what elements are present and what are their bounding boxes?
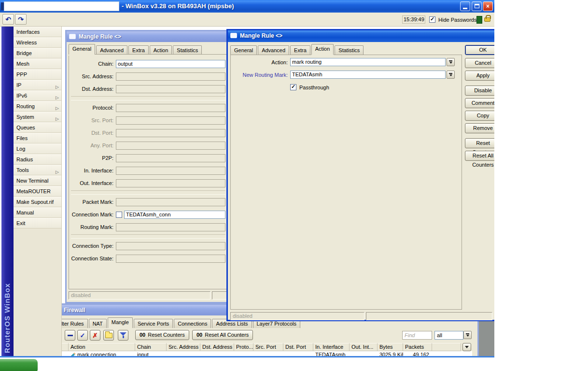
- copy-button[interactable]: Copy: [465, 111, 494, 121]
- find-input[interactable]: Find: [402, 331, 432, 340]
- sidebar-item-queues[interactable]: Queues: [14, 122, 61, 133]
- cancel-button[interactable]: Cancel: [465, 58, 494, 68]
- sidebar-item-radius[interactable]: Radius: [14, 154, 61, 165]
- column-header-packets[interactable]: Packets: [403, 343, 432, 351]
- mangle-general-title: Mangle Rule <>: [79, 33, 121, 40]
- enable-rule-button[interactable]: ✓: [77, 330, 88, 341]
- column-header-bytes[interactable]: Bytes: [378, 343, 403, 351]
- sidebar-item-metarouter[interactable]: MetaROUTER: [14, 186, 61, 197]
- mangle-general-tab-general[interactable]: General: [69, 44, 95, 55]
- column-header-in-interface[interactable]: In. Interface: [313, 343, 350, 351]
- apply-button[interactable]: Apply: [465, 71, 494, 81]
- field-row-packet-mark: Packet Mark:: [70, 196, 225, 208]
- column-header-proto[interactable]: Proto...: [234, 343, 253, 351]
- mangle-action-tab-action[interactable]: Action: [311, 44, 334, 55]
- column-options-button[interactable]: [462, 343, 471, 351]
- mangle-action-tab-general[interactable]: General: [230, 45, 257, 55]
- passthrough-label: Passthrough: [299, 85, 329, 90]
- undo-button[interactable]: ↶: [2, 14, 14, 25]
- column-header-out-int[interactable]: Out. Int...: [350, 343, 378, 351]
- sidebar-item-log[interactable]: Log: [14, 143, 61, 154]
- mangle-general-panel: Chain:outputSrc. Address:Dst. Address:Pr…: [69, 54, 228, 289]
- mangle-general-status-cell: [212, 291, 228, 300]
- comment-button[interactable]: Comment: [465, 98, 494, 108]
- mangle-general-tab-extra[interactable]: Extra: [128, 45, 149, 55]
- field-group-separator: [71, 96, 225, 100]
- firewall-toolbar: ✓ ✗ 00Reset Counters 00Reset All Counter…: [52, 329, 477, 342]
- field-chain[interactable]: output: [116, 60, 225, 68]
- minimize-button[interactable]: [460, 1, 470, 11]
- reset-counters-button[interactable]: 00Reset Counters: [135, 330, 189, 340]
- column-header-chain[interactable]: Chain: [135, 343, 167, 351]
- field-label: Chain:: [70, 61, 113, 67]
- connection-mark-checkbox[interactable]: [116, 212, 122, 218]
- mangle-action-tab-advanced[interactable]: Advanced: [258, 45, 289, 55]
- reset-all-counters-button[interactable]: 00Reset All Counters: [192, 330, 253, 340]
- filter-button[interactable]: [118, 330, 128, 341]
- mangle-action-tab-extra[interactable]: Extra: [290, 45, 310, 55]
- reset-counters-button[interactable]: Reset Counters: [465, 138, 494, 148]
- firewall-tab-nat[interactable]: NAT: [89, 319, 107, 328]
- sidebar-item-new-terminal[interactable]: New Terminal: [14, 175, 61, 186]
- redo-button[interactable]: ↷: [15, 14, 27, 25]
- sidebar-item-wireless[interactable]: Wireless: [14, 37, 61, 48]
- rule-filter-dropdown-button[interactable]: [463, 331, 472, 339]
- column-header-dst-port[interactable]: Dst. Port: [283, 343, 313, 351]
- field-label: Connection Type:: [70, 243, 113, 249]
- start-button[interactable]: [0, 359, 38, 371]
- field-label: Routing Mark:: [70, 224, 113, 230]
- sidebar-item-bridge[interactable]: Bridge: [14, 48, 61, 58]
- sidebar-item-ip[interactable]: IP▷: [14, 80, 61, 90]
- rule-filter-select[interactable]: all: [434, 331, 463, 340]
- remove-button[interactable]: Remove: [465, 123, 494, 133]
- column-header-dst-address[interactable]: Dst. Address: [200, 343, 234, 351]
- column-header-action[interactable]: Action: [69, 343, 135, 351]
- firewall-tab-service-ports[interactable]: Service Ports: [134, 319, 173, 328]
- firewall-tab-mangle[interactable]: Mangle: [108, 317, 133, 328]
- column-header-src-address[interactable]: Src. Address: [167, 343, 200, 351]
- hide-passwords-checkbox[interactable]: [429, 16, 435, 23]
- firewall-tab-connections[interactable]: Connections: [174, 319, 211, 328]
- reset-all-counters-button[interactable]: Reset All Counters: [465, 151, 494, 161]
- close-button[interactable]: ×: [483, 1, 493, 11]
- mangle-action-titlebar[interactable]: Mangle Rule <>: [228, 30, 494, 42]
- sidebar-item-routing[interactable]: Routing▷: [14, 101, 61, 112]
- disable-rule-button[interactable]: ✗: [90, 330, 100, 341]
- field-row-in-interface: In. Interface:: [70, 164, 225, 177]
- sidebar-item-exit[interactable]: Exit: [14, 218, 61, 228]
- remove-rule-button[interactable]: [65, 330, 75, 341]
- main-titlebar[interactable]: - WinBox v3.28 on RB493AH (mipsbe) ×: [0, 0, 494, 13]
- column-header-src-port[interactable]: Src. Port: [253, 343, 283, 351]
- mangle-general-titlebar[interactable]: Mangle Rule <>: [67, 31, 229, 42]
- minimize-icon: [463, 8, 467, 9]
- sidebar-item-system[interactable]: System▷: [14, 112, 61, 122]
- field-connection-mark[interactable]: TEDATAsmh_conn: [124, 211, 225, 219]
- sidebar-item-mesh[interactable]: Mesh: [14, 58, 61, 69]
- field-src-port: [116, 116, 225, 125]
- sidebar-item-make-supout-rif[interactable]: Make Supout.rif: [14, 197, 61, 207]
- sidebar-item-interfaces[interactable]: Interfaces: [14, 27, 61, 37]
- column-header-blank-0[interactable]: [61, 343, 69, 351]
- column-header-blank-12[interactable]: [432, 343, 461, 351]
- action-dropdown-button[interactable]: [447, 58, 455, 66]
- sidebar-item-files[interactable]: Files: [14, 133, 61, 143]
- mangle-general-tab-action[interactable]: Action: [150, 45, 172, 55]
- ok-button[interactable]: OK: [465, 45, 494, 55]
- comment-rule-button[interactable]: [103, 330, 114, 341]
- passthrough-checkbox[interactable]: [290, 84, 296, 90]
- mangle-action-tab-statistics[interactable]: Statistics: [335, 45, 364, 55]
- sidebar-item-ipv6[interactable]: IPv6▷: [14, 90, 61, 101]
- firewall-table-header: ActionChainSrc. AddressDst. AddressProto…: [61, 343, 461, 351]
- field-row-protocol: Protocol:: [70, 101, 225, 114]
- sidebar-item-label: Routing: [16, 103, 35, 109]
- action-field[interactable]: mark routing: [290, 58, 446, 66]
- sidebar-item-ppp[interactable]: PPP: [14, 69, 61, 80]
- new-routing-mark-dropdown-button[interactable]: [447, 71, 455, 79]
- maximize-button[interactable]: [472, 1, 482, 11]
- mangle-general-tab-statistics[interactable]: Statistics: [173, 45, 202, 55]
- sidebar-item-tools[interactable]: Tools▷: [14, 165, 61, 175]
- disable-button[interactable]: Disable: [465, 86, 494, 96]
- mangle-general-tab-advanced[interactable]: Advanced: [96, 45, 127, 55]
- sidebar-item-manual[interactable]: Manual: [14, 207, 61, 218]
- new-routing-mark-field[interactable]: TEDATAsmh: [290, 71, 446, 79]
